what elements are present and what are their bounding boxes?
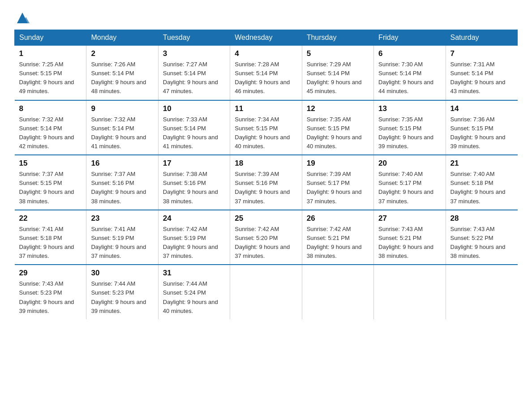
calendar-cell: 22Sunrise: 7:41 AMSunset: 5:18 PMDayligh… (15, 210, 86, 265)
calendar-cell: 20Sunrise: 7:40 AMSunset: 5:17 PMDayligh… (374, 155, 446, 210)
calendar-cell: 2Sunrise: 7:26 AMSunset: 5:14 PMDaylight… (86, 46, 158, 100)
day-info: Sunrise: 7:42 AMSunset: 5:21 PMDaylight:… (307, 225, 369, 261)
calendar-cell: 4Sunrise: 7:28 AMSunset: 5:14 PMDaylight… (230, 46, 302, 100)
day-info: Sunrise: 7:32 AMSunset: 5:14 PMDaylight:… (19, 115, 82, 151)
calendar-cell: 29Sunrise: 7:43 AMSunset: 5:23 PMDayligh… (15, 265, 86, 319)
day-number: 29 (19, 269, 82, 278)
day-info: Sunrise: 7:35 AMSunset: 5:15 PMDaylight:… (378, 115, 441, 151)
day-number: 26 (307, 214, 369, 223)
logo-icon (15, 11, 30, 25)
day-info: Sunrise: 7:43 AMSunset: 5:21 PMDaylight:… (378, 225, 441, 261)
calendar-week-row: 15Sunrise: 7:37 AMSunset: 5:15 PMDayligh… (15, 155, 518, 210)
day-info: Sunrise: 7:26 AMSunset: 5:14 PMDaylight:… (91, 60, 153, 96)
day-number: 15 (19, 159, 82, 168)
day-info: Sunrise: 7:43 AMSunset: 5:22 PMDaylight:… (450, 225, 513, 261)
calendar-cell: 31Sunrise: 7:44 AMSunset: 5:24 PMDayligh… (158, 265, 230, 319)
day-info: Sunrise: 7:40 AMSunset: 5:17 PMDaylight:… (378, 170, 441, 206)
day-number: 16 (91, 159, 153, 168)
day-number: 23 (91, 214, 153, 223)
calendar-cell: 16Sunrise: 7:37 AMSunset: 5:16 PMDayligh… (86, 155, 158, 210)
calendar-cell: 30Sunrise: 7:44 AMSunset: 5:23 PMDayligh… (86, 265, 158, 319)
calendar-week-row: 29Sunrise: 7:43 AMSunset: 5:23 PMDayligh… (15, 265, 518, 319)
weekday-header-saturday: Saturday (446, 30, 517, 46)
calendar-cell: 9Sunrise: 7:32 AMSunset: 5:14 PMDaylight… (86, 100, 158, 155)
day-info: Sunrise: 7:32 AMSunset: 5:14 PMDaylight:… (91, 115, 153, 151)
calendar-cell (230, 265, 302, 319)
day-info: Sunrise: 7:25 AMSunset: 5:15 PMDaylight:… (19, 60, 82, 96)
calendar-cell (302, 265, 373, 319)
day-number: 10 (163, 104, 225, 113)
day-number: 8 (19, 104, 82, 113)
calendar-week-row: 1Sunrise: 7:25 AMSunset: 5:15 PMDaylight… (15, 46, 518, 100)
day-number: 30 (91, 269, 153, 278)
calendar-cell (446, 265, 517, 319)
day-info: Sunrise: 7:43 AMSunset: 5:23 PMDaylight:… (19, 279, 82, 316)
day-number: 24 (163, 214, 225, 223)
day-info: Sunrise: 7:28 AMSunset: 5:14 PMDaylight:… (235, 60, 297, 96)
weekday-header-row: SundayMondayTuesdayWednesdayThursdayFrid… (15, 30, 518, 46)
day-number: 11 (235, 104, 297, 113)
calendar-cell: 25Sunrise: 7:42 AMSunset: 5:20 PMDayligh… (230, 210, 302, 265)
day-info: Sunrise: 7:37 AMSunset: 5:15 PMDaylight:… (19, 170, 82, 206)
day-number: 22 (19, 214, 82, 223)
day-number: 5 (307, 49, 369, 58)
calendar-cell: 26Sunrise: 7:42 AMSunset: 5:21 PMDayligh… (302, 210, 373, 265)
calendar-cell: 7Sunrise: 7:31 AMSunset: 5:14 PMDaylight… (446, 46, 517, 100)
weekday-header-sunday: Sunday (15, 30, 86, 46)
day-number: 6 (378, 49, 441, 58)
day-number: 12 (307, 104, 369, 113)
day-info: Sunrise: 7:35 AMSunset: 5:15 PMDaylight:… (307, 115, 369, 151)
weekday-header-thursday: Thursday (302, 30, 373, 46)
day-info: Sunrise: 7:33 AMSunset: 5:14 PMDaylight:… (163, 115, 225, 151)
calendar-cell: 14Sunrise: 7:36 AMSunset: 5:15 PMDayligh… (446, 100, 517, 155)
day-number: 25 (235, 214, 297, 223)
weekday-header-friday: Friday (374, 30, 446, 46)
calendar-cell (374, 265, 446, 319)
day-info: Sunrise: 7:39 AMSunset: 5:17 PMDaylight:… (307, 170, 369, 206)
calendar-cell: 11Sunrise: 7:34 AMSunset: 5:15 PMDayligh… (230, 100, 302, 155)
day-number: 14 (450, 104, 513, 113)
weekday-header-wednesday: Wednesday (230, 30, 302, 46)
calendar-cell: 19Sunrise: 7:39 AMSunset: 5:17 PMDayligh… (302, 155, 373, 210)
day-info: Sunrise: 7:44 AMSunset: 5:23 PMDaylight:… (91, 279, 153, 316)
day-info: Sunrise: 7:41 AMSunset: 5:19 PMDaylight:… (91, 225, 153, 261)
calendar-cell: 8Sunrise: 7:32 AMSunset: 5:14 PMDaylight… (15, 100, 86, 155)
calendar-cell: 21Sunrise: 7:40 AMSunset: 5:18 PMDayligh… (446, 155, 517, 210)
calendar-cell: 17Sunrise: 7:38 AMSunset: 5:16 PMDayligh… (158, 155, 230, 210)
day-number: 19 (307, 159, 369, 168)
day-info: Sunrise: 7:34 AMSunset: 5:15 PMDaylight:… (235, 115, 297, 151)
day-info: Sunrise: 7:29 AMSunset: 5:14 PMDaylight:… (307, 60, 369, 96)
day-info: Sunrise: 7:42 AMSunset: 5:19 PMDaylight:… (163, 225, 225, 261)
calendar-cell: 12Sunrise: 7:35 AMSunset: 5:15 PMDayligh… (302, 100, 373, 155)
calendar-week-row: 22Sunrise: 7:41 AMSunset: 5:18 PMDayligh… (15, 210, 518, 265)
day-number: 7 (450, 49, 513, 58)
day-info: Sunrise: 7:37 AMSunset: 5:16 PMDaylight:… (91, 170, 153, 206)
day-number: 13 (378, 104, 441, 113)
day-info: Sunrise: 7:38 AMSunset: 5:16 PMDaylight:… (163, 170, 225, 206)
day-number: 9 (91, 104, 153, 113)
calendar-cell: 5Sunrise: 7:29 AMSunset: 5:14 PMDaylight… (302, 46, 373, 100)
calendar-cell: 23Sunrise: 7:41 AMSunset: 5:19 PMDayligh… (86, 210, 158, 265)
calendar-cell: 10Sunrise: 7:33 AMSunset: 5:14 PMDayligh… (158, 100, 230, 155)
day-number: 1 (19, 49, 82, 58)
calendar-cell: 18Sunrise: 7:39 AMSunset: 5:16 PMDayligh… (230, 155, 302, 210)
weekday-header-monday: Monday (86, 30, 158, 46)
day-number: 28 (450, 214, 513, 223)
day-number: 18 (235, 159, 297, 168)
day-number: 3 (163, 49, 225, 58)
calendar-cell: 3Sunrise: 7:27 AMSunset: 5:14 PMDaylight… (158, 46, 230, 100)
page-header (14, 11, 518, 25)
day-info: Sunrise: 7:31 AMSunset: 5:14 PMDaylight:… (450, 60, 513, 96)
day-number: 2 (91, 49, 153, 58)
day-number: 20 (378, 159, 441, 168)
day-info: Sunrise: 7:39 AMSunset: 5:16 PMDaylight:… (235, 170, 297, 206)
day-info: Sunrise: 7:41 AMSunset: 5:18 PMDaylight:… (19, 225, 82, 261)
day-number: 4 (235, 49, 297, 58)
calendar-cell: 13Sunrise: 7:35 AMSunset: 5:15 PMDayligh… (374, 100, 446, 155)
day-info: Sunrise: 7:40 AMSunset: 5:18 PMDaylight:… (450, 170, 513, 206)
calendar-cell: 15Sunrise: 7:37 AMSunset: 5:15 PMDayligh… (15, 155, 86, 210)
day-info: Sunrise: 7:42 AMSunset: 5:20 PMDaylight:… (235, 225, 297, 261)
logo (14, 11, 30, 25)
calendar-cell: 1Sunrise: 7:25 AMSunset: 5:15 PMDaylight… (15, 46, 86, 100)
day-info: Sunrise: 7:30 AMSunset: 5:14 PMDaylight:… (378, 60, 441, 96)
